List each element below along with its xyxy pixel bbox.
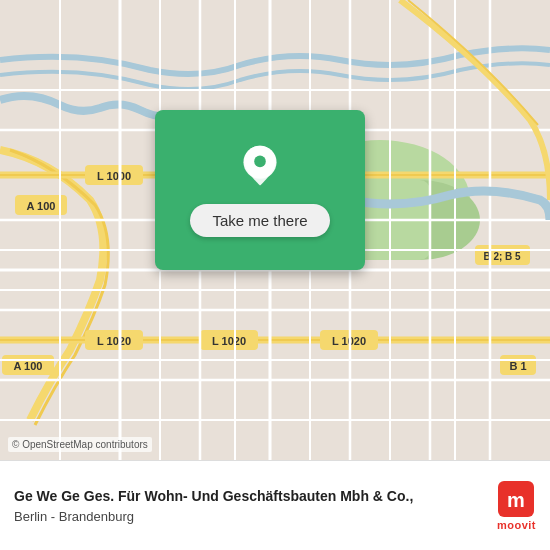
- svg-text:A 100: A 100: [14, 360, 43, 372]
- svg-text:B 1: B 1: [509, 360, 526, 372]
- map-attribution: © OpenStreetMap contributors: [8, 437, 152, 452]
- svg-text:A 100: A 100: [27, 200, 56, 212]
- info-text: Ge We Ge Ges. Für Wohn- Und Geschäftsbau…: [14, 487, 485, 524]
- app: A 100 A 100 L 1000 L 1020 L 1020 L 1020 …: [0, 0, 550, 550]
- svg-text:L 1000: L 1000: [97, 170, 131, 182]
- location-pin-icon: [236, 144, 284, 192]
- moovit-label: moovit: [497, 519, 536, 531]
- map-area: A 100 A 100 L 1000 L 1020 L 1020 L 1020 …: [0, 0, 550, 460]
- svg-text:L 1020: L 1020: [212, 335, 246, 347]
- moovit-icon: m: [498, 481, 534, 517]
- info-panel: Ge We Ge Ges. Für Wohn- Und Geschäftsbau…: [0, 460, 550, 550]
- svg-text:L 1020: L 1020: [97, 335, 131, 347]
- svg-point-47: [254, 155, 266, 167]
- take-me-there-button[interactable]: Take me there: [190, 204, 329, 237]
- business-location: Berlin - Brandenburg: [14, 509, 485, 524]
- take-me-card: Take me there: [155, 110, 365, 270]
- moovit-logo: m moovit: [497, 481, 536, 531]
- svg-text:m: m: [508, 489, 526, 511]
- business-name: Ge We Ge Ges. Für Wohn- Und Geschäftsbau…: [14, 487, 485, 507]
